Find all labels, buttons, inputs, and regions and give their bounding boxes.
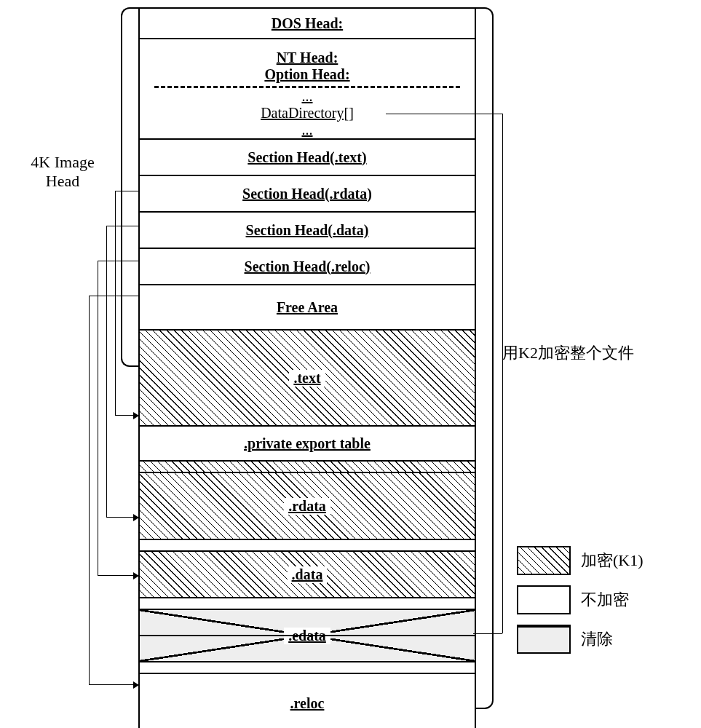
row-section-head-rdata: Section Head(.rdata) [140, 176, 475, 213]
legend-label-k1: 加密(K1) [581, 550, 643, 571]
rdata-label: .rdata [284, 498, 330, 515]
row-rdata-stub [140, 462, 475, 473]
conn-shrdata-h2 [106, 517, 138, 518]
conn-shdata-h1 [98, 261, 138, 261]
datadirectory-label: DataDirectory[] [261, 105, 354, 122]
row-section-head-reloc: Section Head(.reloc) [140, 249, 475, 285]
gap-rdata-data [140, 540, 475, 552]
row-text-section: .text [140, 331, 475, 427]
image-head-brace [121, 7, 140, 367]
nt-head-label: NT Head: [277, 50, 338, 66]
gap-data-edata [140, 598, 475, 610]
conn-shrdata-v [106, 226, 107, 517]
k2-brace [475, 7, 494, 709]
dots1: ... [302, 88, 313, 105]
conn-shrdata-h1 [106, 226, 138, 226]
label-4k: 4K Image [31, 153, 94, 171]
legend-swatch-plain [517, 585, 571, 614]
conn-shtext-v [115, 191, 116, 415]
conn-shdata-h2 [98, 575, 138, 576]
legend-clear: 清除 [517, 625, 643, 654]
text-label: .text [289, 370, 325, 387]
row-rdata-section: .rdata [140, 473, 475, 540]
conn-shtext-h1 [115, 191, 138, 191]
legend-label-clear: 清除 [581, 628, 613, 650]
k2-label: 用K2加密整个文件 [502, 342, 634, 364]
legend-swatch-crossed [517, 625, 571, 654]
data-label: .data [288, 566, 328, 583]
edata-label: .edata [284, 628, 330, 644]
conn-datadir-v [502, 114, 503, 633]
conn-shreloc-v [89, 296, 90, 684]
conn-datadir-h1 [386, 114, 502, 114]
row-free-area: Free Area [140, 285, 475, 331]
legend-swatch-hatched [517, 546, 571, 575]
conn-shtext-h2 [115, 415, 138, 416]
dots2: ... [302, 122, 313, 138]
conn-shreloc-h2 [89, 684, 138, 685]
row-nt-head: NT Head: Option Head: ... DataDirectory[… [140, 39, 475, 140]
legend: 加密(K1) 不加密 清除 [517, 546, 643, 664]
pe-layout-block: DOS Head: NT Head: Option Head: ... Data… [138, 7, 476, 728]
row-reloc-section: .reloc [140, 674, 475, 728]
row-dos-head: DOS Head: [140, 9, 475, 39]
image-head-label: 4K Image Head [12, 153, 114, 191]
row-data-section: .data [140, 552, 475, 598]
conn-datadir-h2 [473, 633, 502, 634]
row-edata-section: .edata [140, 610, 475, 662]
conn-shdata-v [98, 261, 98, 575]
conn-shreloc-h1 [89, 296, 138, 296]
legend-encrypt-k1: 加密(K1) [517, 546, 643, 575]
label-head: Head [46, 172, 79, 190]
option-head-label: Option Head: [264, 66, 349, 83]
diagram-container: 4K Image Head 用K2加密整个文件 DOS Head: NT Hea… [7, 7, 694, 721]
gap-edata-reloc [140, 662, 475, 674]
row-section-head-data: Section Head(.data) [140, 213, 475, 249]
row-section-head-text: Section Head(.text) [140, 140, 475, 176]
legend-no-encrypt: 不加密 [517, 585, 643, 614]
row-private-export: .private export table [140, 427, 475, 462]
legend-label-noenc: 不加密 [581, 589, 629, 611]
